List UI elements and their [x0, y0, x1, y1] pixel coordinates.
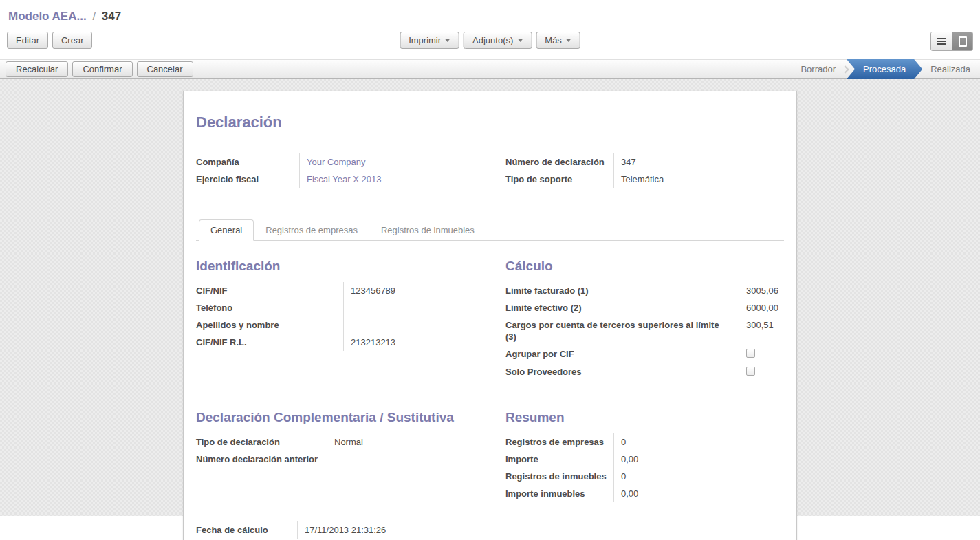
- recalculate-button[interactable]: Recalcular: [6, 61, 68, 77]
- field-label-solo-proveedores: Solo Proveedores: [505, 363, 739, 381]
- chevron-down-icon: [517, 39, 523, 42]
- more-dropdown-button[interactable]: Más: [536, 32, 580, 49]
- importe-inmuebles-value: 0,00: [613, 485, 784, 502]
- control-panel: Modelo AEA... / 347 Editar Crear Imprimi…: [0, 0, 980, 59]
- breadcrumb-parent-link[interactable]: Modelo AEA...: [8, 10, 87, 23]
- field-label-limite-facturado: Límite facturado (1): [505, 282, 739, 299]
- importe-value: 0,00: [613, 451, 784, 468]
- field-label-registros-inmuebles: Registros de inmuebles: [505, 468, 613, 485]
- form-view-icon: [959, 36, 967, 47]
- section-title-identificacion: Identificación: [196, 259, 497, 274]
- status-realizada: Realizada: [921, 59, 980, 79]
- more-label: Más: [545, 35, 562, 45]
- edit-button[interactable]: Editar: [7, 32, 48, 49]
- screen: Modelo AEA... / 347 Editar Crear Imprimi…: [0, 0, 980, 516]
- attachments-dropdown-button[interactable]: Adjunto(s): [464, 32, 532, 49]
- view-switcher: [930, 32, 973, 51]
- section-identificacion: Identificación CIF/NIF 123456789 Teléfon…: [196, 259, 497, 381]
- sidebar-buttons: Imprimir Adjunto(s) Más: [400, 32, 580, 49]
- form-view-background: Declaración Compañía Your Company Ejerci…: [0, 79, 980, 516]
- top-field-groups: Compañía Your Company Ejercicio fiscal F…: [196, 153, 784, 188]
- cancel-button[interactable]: Cancelar: [137, 61, 193, 77]
- attachments-label: Adjunto(s): [472, 35, 513, 45]
- limite-facturado-value: 3005,06: [739, 282, 784, 299]
- agrupar-por-cif-checkbox[interactable]: [746, 349, 755, 358]
- record-buttons: Editar Crear: [7, 32, 92, 49]
- field-label-numero-declaracion: Número de declaración: [505, 153, 613, 171]
- solo-proveedores-checkbox[interactable]: [746, 367, 755, 376]
- print-dropdown-button[interactable]: Imprimir: [400, 32, 459, 49]
- fiscal-year-link[interactable]: Fiscal Year X 2013: [307, 174, 381, 184]
- field-label-cif-nif-rl: CIF/NIF R.L.: [196, 334, 343, 351]
- field-label-importe: Importe: [505, 451, 613, 468]
- section-resumen: Resumen Registros de empresas 0 Importe …: [505, 410, 784, 502]
- status-borrador: Borrador: [791, 59, 845, 79]
- notebook-tabs: General Registros de empresas Registros …: [196, 219, 784, 241]
- section-title-calculo: Cálculo: [505, 259, 784, 274]
- field-label-cargos-terceros: Cargos por cuenta de terceros superiores…: [505, 316, 739, 345]
- field-label-limite-efectivo: Límite efectivo (2): [505, 299, 739, 316]
- apellidos-value: [343, 316, 497, 334]
- chevron-down-icon: [566, 39, 571, 42]
- confirm-button[interactable]: Confirmar: [72, 61, 132, 77]
- numero-anterior-value: [327, 451, 497, 468]
- print-label: Imprimir: [409, 35, 441, 45]
- create-button[interactable]: Crear: [52, 32, 93, 49]
- field-label-compania: Compañía: [196, 153, 299, 171]
- form-view-button[interactable]: [952, 32, 972, 50]
- section-calculo: Cálculo Límite facturado (1) 3005,06 Lím…: [505, 259, 784, 381]
- tab-general[interactable]: General: [199, 219, 254, 241]
- registros-inmuebles-value: 0: [613, 468, 784, 485]
- status-procesada-badge: Procesada: [847, 59, 922, 79]
- header-buttons-row: Editar Crear Imprimir Adjunto(s) Más: [7, 32, 973, 59]
- support-type-value: Telemática: [613, 171, 784, 188]
- field-label-apellidos-y-nombre: Apellidos y nombre: [196, 316, 343, 334]
- list-view-icon: [937, 38, 946, 45]
- tab-pane-general: Identificación CIF/NIF 123456789 Teléfon…: [196, 241, 784, 539]
- telefono-value: [343, 299, 497, 316]
- section-title-complementaria: Declaración Complementaria / Sustitutiva: [196, 410, 497, 425]
- form-statusbar-row: Recalcular Confirmar Cancelar Borrador P…: [0, 59, 980, 79]
- field-label-agrupar-por-cif: Agrupar por CIF: [505, 345, 739, 363]
- status-indicator: Borrador Procesada Realizada: [791, 59, 980, 79]
- field-label-importe-inmuebles: Importe inmuebles: [505, 485, 613, 502]
- chevron-down-icon: [445, 39, 450, 42]
- declaration-number-value: 347: [613, 153, 784, 171]
- registros-empresas-value: 0: [613, 433, 784, 451]
- cif-nif-rl-value: 213213213: [343, 334, 497, 351]
- fecha-calculo-value: 17/11/2013 21:31:26: [297, 521, 497, 539]
- cif-nif-value: 123456789: [343, 282, 497, 299]
- breadcrumb-separator: /: [89, 10, 98, 23]
- section-title-resumen: Resumen: [505, 410, 784, 425]
- tipo-declaracion-value: Normal: [327, 433, 497, 451]
- field-label-numero-declaracion-anterior: Número declaración anterior: [196, 451, 327, 468]
- footer-field-row: Fecha de cálculo 17/11/2013 21:31:26: [196, 521, 784, 539]
- field-label-fecha-calculo: Fecha de cálculo: [196, 521, 297, 539]
- field-label-ejercicio-fiscal: Ejercicio fiscal: [196, 171, 299, 188]
- workflow-buttons: Recalcular Confirmar Cancelar: [6, 61, 193, 77]
- breadcrumb: Modelo AEA... / 347: [7, 7, 973, 32]
- limite-efectivo-value: 6000,00: [739, 299, 784, 316]
- company-link[interactable]: Your Company: [307, 157, 366, 167]
- breadcrumb-current: 347: [102, 10, 121, 23]
- section-row-1: Identificación CIF/NIF 123456789 Teléfon…: [196, 259, 784, 381]
- field-label-cif-nif: CIF/NIF: [196, 282, 343, 299]
- cargos-terceros-value: 300,51: [739, 316, 784, 345]
- form-sheet: Declaración Compañía Your Company Ejerci…: [183, 91, 797, 540]
- field-label-registros-empresas: Registros de empresas: [505, 433, 613, 451]
- field-label-telefono: Teléfono: [196, 299, 343, 316]
- page-title: Declaración: [196, 114, 784, 131]
- field-label-tipo-declaracion: Tipo de declaración: [196, 433, 327, 451]
- section-row-2: Declaración Complementaria / Sustitutiva…: [196, 410, 784, 502]
- tab-registros-de-inmuebles[interactable]: Registros de inmuebles: [369, 219, 486, 241]
- field-label-tipo-soporte: Tipo de soporte: [505, 171, 613, 188]
- tab-registros-de-empresas[interactable]: Registros de empresas: [254, 219, 369, 241]
- list-view-button[interactable]: [931, 32, 952, 50]
- section-complementaria: Declaración Complementaria / Sustitutiva…: [196, 410, 497, 502]
